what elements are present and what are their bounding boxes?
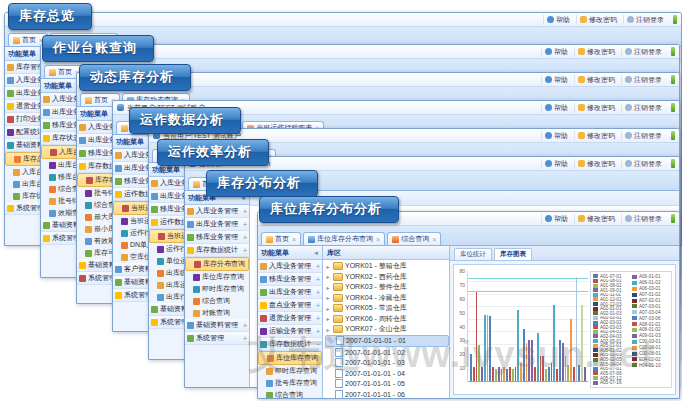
tree-expand-icon[interactable]: ▸ [325, 273, 331, 280]
exit-icon[interactable] [673, 15, 677, 24]
logout-button[interactable]: 注销登录 [621, 103, 665, 113]
close-tab-icon[interactable]: × [432, 236, 436, 243]
tree-folder-node[interactable]: ▸YORK07 - 金山仓库 [325, 324, 449, 335]
change-password-button[interactable]: 修改密码 [574, 159, 618, 169]
expand-icon[interactable]: + [316, 263, 320, 270]
change-password-button[interactable]: 修改密码 [576, 15, 620, 25]
tab-query[interactable]: 库位库存分布查询× [303, 232, 385, 245]
tree-expand-icon[interactable]: ▸ [325, 263, 331, 270]
sidebar-item-label: 库存数据统计 [269, 339, 311, 349]
sidebar-item-entry[interactable]: 库位库存查询 [185, 271, 249, 283]
sidebar-item-group[interactable]: 系统管理+ [185, 332, 249, 345]
sidebar-item-group[interactable]: 移库业务管理+ [258, 273, 322, 286]
sidebar-item-entry[interactable]: 批号库存查询 [258, 377, 322, 389]
tab-query[interactable]: 综合查询× [387, 232, 441, 245]
expand-icon[interactable]: + [316, 276, 320, 283]
expand-icon[interactable]: + [243, 221, 247, 228]
logout-button[interactable]: 注销登录 [621, 214, 665, 224]
collapse-icon[interactable]: ◄ [313, 250, 319, 256]
sidebar-item-label: 出库业务管理 [196, 219, 238, 229]
exit-icon[interactable] [671, 159, 675, 168]
sidebar-item-group[interactable]: 退货业务管理+ [258, 312, 322, 325]
sidebar-item-group[interactable]: 库存数据统计− [258, 338, 322, 351]
sidebar-item-group[interactable]: 盘点业务管理+ [258, 299, 322, 312]
sidebar-item-group[interactable]: 出库业务管理+ [258, 286, 322, 299]
tab-home[interactable]: 首页× [261, 232, 301, 245]
tree-expand-icon[interactable]: ▸ [325, 294, 331, 301]
sidebar-item-group[interactable]: 基础资料管理+ [185, 319, 249, 332]
help-button[interactable]: 帮助 [541, 214, 571, 224]
tree-folder-node[interactable]: ▸YORK06 - 周转仓库 [325, 314, 449, 325]
help-button[interactable]: 帮助 [541, 47, 571, 57]
module-icon [121, 254, 128, 261]
bar [534, 367, 536, 381]
sidebar-item-entry[interactable]: 即时库存查询 [185, 283, 249, 295]
change-password-button[interactable]: 修改密码 [574, 214, 618, 224]
expand-icon[interactable]: + [316, 302, 320, 309]
help-button[interactable]: 帮助 [541, 103, 571, 113]
expand-icon[interactable]: + [243, 322, 247, 329]
logout-button[interactable]: 注销登录 [621, 75, 665, 85]
bar-chart: 80706050403020101A01-07-01A01-08-01A01-0… [453, 264, 676, 395]
exit-icon[interactable] [671, 75, 675, 84]
help-button[interactable]: 帮助 [541, 131, 571, 141]
sidebar-item-entry[interactable]: 对账查询 [185, 307, 249, 319]
tree-expand-icon[interactable]: ▸ [325, 305, 331, 312]
sidebar-item-group[interactable]: 库存数据统计+ [185, 244, 249, 257]
sidebar-item-entry[interactable]: 库位库存查询 [258, 351, 322, 365]
close-tab-icon[interactable]: × [292, 236, 296, 243]
exit-icon[interactable] [671, 214, 675, 223]
tree-location-node[interactable]: 2007-01-01-01 - 06 [325, 389, 449, 398]
tree-expand-icon[interactable]: ▸ [325, 284, 331, 291]
expand-icon[interactable]: − [316, 341, 320, 348]
logout-button[interactable]: 注销登录 [621, 131, 665, 141]
help-button[interactable]: 帮助 [543, 15, 573, 25]
expand-icon[interactable]: + [316, 328, 320, 335]
tree-folder-node[interactable]: ▸YORK02 - 西药仓库 [325, 272, 449, 283]
panel-tab-stats[interactable]: 库位统计 [454, 248, 492, 260]
tree-location-node[interactable]: 2007-01-01-01 - 02 [325, 347, 449, 358]
sidebar-item-entry[interactable]: 库存分布查询 [185, 257, 249, 271]
help-button[interactable]: 帮助 [541, 75, 571, 85]
sidebar-item-entry[interactable]: 即时库存查询 [258, 365, 322, 377]
module-icon [49, 198, 56, 205]
close-tab-icon[interactable]: × [376, 236, 380, 243]
exit-icon[interactable] [671, 47, 675, 56]
tree-expand-icon[interactable]: ▸ [325, 326, 331, 333]
change-password-button[interactable]: 修改密码 [574, 75, 618, 85]
panel-tab-chart[interactable]: 库存图表 [494, 248, 532, 260]
logout-button[interactable]: 注销登录 [621, 159, 665, 169]
expand-icon[interactable]: + [243, 234, 247, 241]
tree-location-node[interactable]: 2007-01-01-01 - 05 [325, 379, 449, 390]
expand-icon[interactable]: + [243, 208, 247, 215]
change-password-button[interactable]: 修改密码 [574, 131, 618, 141]
sidebar-item-group[interactable]: 入库业务管理+ [258, 260, 322, 273]
sidebar-item-group[interactable]: 移库业务管理+ [185, 231, 249, 244]
exit-icon[interactable] [671, 103, 675, 112]
tree-folder-node[interactable]: ▸YORK04 - 冷藏仓库 [325, 293, 449, 304]
tree-folder-node[interactable]: ▸YORK05 - 常温仓库 [325, 303, 449, 314]
sidebar-item-group[interactable]: 入库业务管理+ [185, 205, 249, 218]
y-axis: 8070605040302010 [454, 271, 468, 382]
expand-icon[interactable]: + [243, 247, 247, 254]
expand-icon[interactable]: + [316, 315, 320, 322]
sidebar-item-entry[interactable]: 综合查询 [185, 295, 249, 307]
sidebar-item-group[interactable]: 运输业务管理+ [258, 325, 322, 338]
tree-location-node[interactable]: 2007-01-01-01 - 04 [325, 368, 449, 379]
change-password-button[interactable]: 修改密码 [574, 47, 618, 57]
tree-expand-icon[interactable]: ▸ [325, 315, 331, 322]
help-button[interactable]: 帮助 [541, 159, 571, 169]
tree-folder-node[interactable]: ▸YORK01 - 整箱仓库 [325, 261, 449, 272]
tree-location-node[interactable]: 2007-01-01-01 - 03 [325, 358, 449, 369]
tree-folder-node[interactable]: ▸YORK03 - 整件仓库 [325, 282, 449, 293]
logout-button[interactable]: 注销登录 [621, 47, 665, 57]
logout-button[interactable]: 注销登录 [623, 15, 667, 25]
exit-icon[interactable] [671, 131, 675, 140]
expand-icon[interactable]: + [316, 289, 320, 296]
sidebar-item-group[interactable]: 出库业务管理+ [185, 218, 249, 231]
expand-icon[interactable]: + [243, 335, 247, 342]
sidebar-item-entry[interactable]: 综合查询 [258, 389, 322, 398]
change-password-button[interactable]: 修改密码 [574, 103, 618, 113]
module-icon [193, 274, 200, 281]
tree-location-node[interactable]: 2007-01-01-01 - 01 [325, 335, 449, 348]
